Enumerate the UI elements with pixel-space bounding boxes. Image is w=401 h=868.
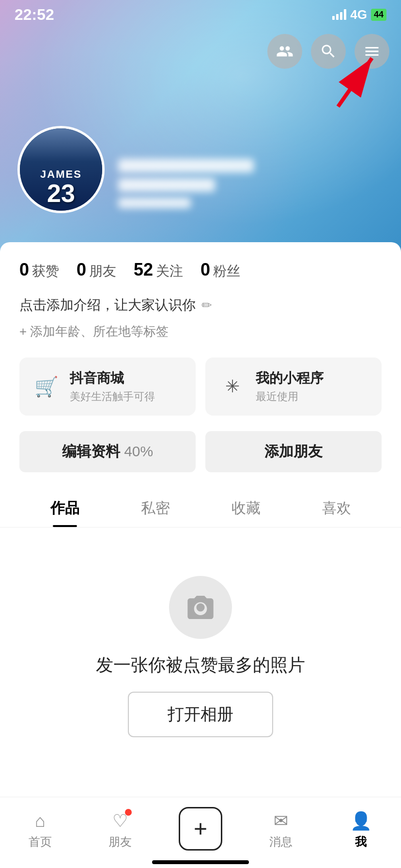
header-actions (267, 34, 389, 69)
open-album-label: 打开相册 (168, 705, 233, 723)
tab-works-label: 作品 (50, 500, 79, 516)
avatar-section: JAMES 23 (17, 126, 254, 213)
edit-profile-button[interactable]: 编辑资料 40% (19, 431, 196, 472)
bio-placeholder: 点击添加介绍，让大家认识你 (19, 296, 196, 314)
edit-profile-label: 编辑资料 (62, 443, 120, 459)
profile-header: JAMES 23 (0, 0, 401, 252)
stat-likes-num: 0 (19, 260, 29, 280)
friends-icon: ♡ (112, 811, 128, 831)
home-icon: ⌂ (35, 811, 46, 831)
stat-likes-label: 获赞 (32, 262, 59, 280)
battery-badge: 44 (371, 9, 386, 21)
shop-text: 抖音商城 美好生活触手可得 (70, 369, 155, 404)
tab-favorites[interactable]: 收藏 (200, 487, 291, 527)
tag-add-label: + 添加年龄、所在地等标签 (19, 323, 169, 340)
stat-following-num: 52 (134, 260, 153, 280)
action-buttons: 编辑资料 40% 添加朋友 (0, 425, 401, 482)
menu-icon (363, 43, 381, 60)
main-content: 0 获赞 0 朋友 52 关注 0 粉丝 点击添加介绍，让大家认识你 ✏ + 添… (0, 242, 401, 766)
nav-profile-label: 我 (355, 834, 367, 850)
empty-text: 发一张你被点赞最多的照片 (96, 653, 305, 677)
nav-home[interactable]: ⌂ 首页 (0, 811, 80, 850)
nav-friends[interactable]: ♡ 朋友 (80, 811, 161, 850)
quick-links: 🛒 抖音商城 美好生活触手可得 ✳ 我的小程序 最近使用 (0, 348, 401, 425)
shop-card[interactable]: 🛒 抖音商城 美好生活触手可得 (19, 357, 196, 416)
edit-profile-percent: 40% (120, 443, 153, 459)
nav-messages[interactable]: ✉ 消息 (241, 811, 321, 850)
bio-text[interactable]: 点击添加介绍，让大家认识你 ✏ (19, 296, 382, 314)
network-label: 4G (350, 7, 367, 22)
add-friend-label: 添加朋友 (264, 443, 323, 459)
contacts-button[interactable] (267, 34, 302, 69)
tab-likes-label: 喜欢 (322, 500, 351, 516)
jersey-number: 23 (47, 181, 75, 206)
camera-circle (169, 576, 232, 639)
nav-friends-label: 朋友 (108, 834, 132, 850)
miniprogram-icon: ✳ (219, 373, 246, 400)
signal-icon (332, 9, 346, 20)
search-icon (320, 43, 337, 60)
bottom-nav: ⌂ 首页 ♡ 朋友 + ✉ 消息 👤 我 (0, 797, 401, 868)
contacts-icon (276, 43, 293, 60)
tab-works[interactable]: 作品 (19, 487, 110, 527)
bio-section: 点击添加介绍，让大家认识你 ✏ + 添加年龄、所在地等标签 (0, 292, 401, 348)
search-button[interactable] (311, 34, 346, 69)
status-time: 22:52 (15, 6, 54, 24)
stat-friends[interactable]: 0 朋友 (77, 260, 116, 280)
stat-following-label: 关注 (156, 262, 183, 280)
miniprogram-subtitle: 最近使用 (256, 389, 324, 404)
home-indicator (152, 860, 249, 864)
tag-add[interactable]: + 添加年龄、所在地等标签 (19, 323, 382, 340)
tab-nav: 作品 私密 收藏 喜欢 (0, 487, 401, 527)
nav-profile[interactable]: 👤 我 (321, 811, 401, 850)
stat-following[interactable]: 52 关注 (134, 260, 183, 280)
avatar[interactable]: JAMES 23 (17, 126, 105, 213)
stat-friends-label: 朋友 (89, 262, 116, 280)
message-icon: ✉ (274, 811, 288, 831)
tab-favorites-label: 收藏 (231, 500, 261, 516)
shop-subtitle: 美好生活触手可得 (70, 389, 155, 404)
open-album-button[interactable]: 打开相册 (128, 692, 273, 737)
profile-nav-icon: 👤 (350, 811, 372, 831)
stat-followers-label: 粉丝 (213, 262, 240, 280)
tab-private-label: 私密 (141, 500, 170, 516)
camera-icon (185, 592, 216, 623)
plus-icon: + (194, 817, 207, 840)
miniprogram-title: 我的小程序 (256, 369, 324, 388)
menu-button[interactable] (355, 34, 389, 69)
shop-icon: 🛒 (33, 373, 60, 400)
shop-title: 抖音商城 (70, 369, 155, 388)
edit-icon[interactable]: ✏ (201, 298, 212, 313)
user-info-blurred (118, 159, 254, 213)
empty-state: 发一张你被点赞最多的照片 打开相册 (0, 527, 401, 766)
status-icons: 4G 44 (332, 7, 386, 22)
stat-followers[interactable]: 0 粉丝 (200, 260, 240, 280)
nav-post[interactable]: + (160, 807, 241, 853)
status-bar: 22:52 4G 44 (0, 0, 401, 29)
miniprogram-text: 我的小程序 最近使用 (256, 369, 324, 404)
nav-messages-label: 消息 (269, 834, 293, 850)
miniprogram-card[interactable]: ✳ 我的小程序 最近使用 (205, 357, 382, 416)
tab-private[interactable]: 私密 (110, 487, 200, 527)
stat-followers-num: 0 (200, 260, 210, 280)
stats-row: 0 获赞 0 朋友 52 关注 0 粉丝 (0, 242, 401, 292)
add-friend-button[interactable]: 添加朋友 (205, 431, 382, 472)
stat-friends-num: 0 (77, 260, 86, 280)
tab-likes[interactable]: 喜欢 (291, 487, 382, 527)
stat-likes[interactable]: 0 获赞 (19, 260, 59, 280)
nav-home-label: 首页 (29, 834, 52, 850)
post-button[interactable]: + (179, 807, 222, 851)
